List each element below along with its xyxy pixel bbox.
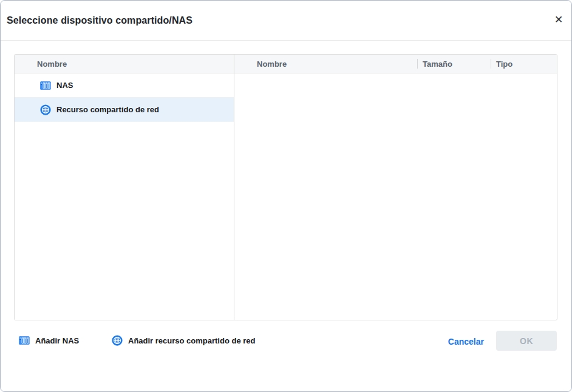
right-pane-empty-area [234, 73, 557, 320]
list-item-label: Recurso compartido de red [56, 105, 159, 114]
device-category-pane: Nombre NAS Recurso compartido de red [15, 55, 234, 320]
close-icon[interactable]: ✕ [552, 13, 565, 26]
globe-icon [40, 104, 51, 115]
dialog-titlebar: Seleccione dispositivo compartido/NAS ✕ [1, 1, 571, 41]
column-header-tamano[interactable]: Tamaño [418, 55, 491, 73]
left-pane-empty-area [15, 122, 234, 320]
dialog-title: Seleccione dispositivo compartido/NAS [7, 15, 192, 26]
add-network-share-label: Añadir recurso compartido de red [128, 336, 256, 345]
nas-icon [40, 80, 51, 91]
column-header-nombre[interactable]: Nombre [234, 55, 417, 73]
column-header-tipo[interactable]: Tipo [491, 55, 557, 73]
add-network-share-button[interactable]: Añadir recurso compartido de red [112, 335, 256, 346]
add-nas-button[interactable]: Añadir NAS [19, 335, 79, 346]
dialog-footer: Añadir NAS Añadir recurso compartido de … [1, 319, 571, 391]
device-content-pane: Nombre Tamaño Tipo [234, 55, 557, 320]
left-pane-header-label: Nombre [37, 59, 67, 69]
list-item-network-share[interactable]: Recurso compartido de red [15, 98, 234, 122]
left-pane-header: Nombre [15, 55, 234, 73]
globe-icon [112, 335, 123, 346]
list-item-nas[interactable]: NAS [15, 73, 234, 98]
ok-button[interactable]: OK [496, 331, 557, 351]
nas-icon [19, 335, 30, 346]
add-nas-label: Añadir NAS [35, 336, 79, 345]
cancel-button[interactable]: Cancelar [448, 337, 484, 346]
list-item-label: NAS [56, 81, 73, 90]
device-browser: Nombre NAS Recurso compartido de red Nom… [14, 54, 557, 320]
select-shared-device-dialog: Seleccione dispositivo compartido/NAS ✕ … [0, 0, 572, 392]
right-pane-header: Nombre Tamaño Tipo [234, 55, 557, 73]
